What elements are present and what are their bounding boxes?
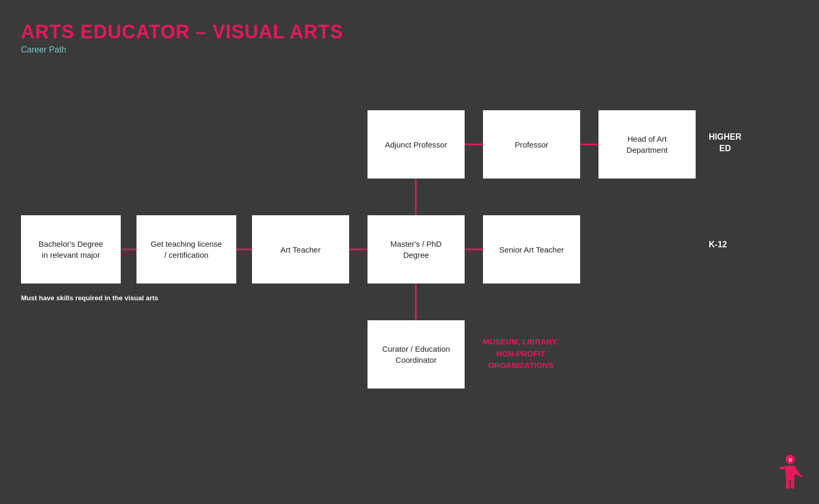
header: ARTS EDUCATOR – VISUAL ARTS Career Path [21, 21, 343, 55]
head-of-art-box: Head of ArtDepartment [598, 110, 696, 178]
svg-text:G: G [789, 457, 792, 463]
page-title: ARTS EDUCATOR – VISUAL ARTS [21, 21, 343, 43]
curator-label: Curator / EducationCoordinator [382, 343, 450, 365]
page-subtitle: Career Path [21, 45, 343, 55]
svg-rect-13 [780, 467, 785, 469]
logo-svg: G [774, 454, 806, 491]
curator-box: Curator / EducationCoordinator [368, 320, 465, 388]
teaching-license-box: Get teaching license/ certification [136, 215, 236, 284]
svg-marker-10 [794, 467, 803, 478]
diagram: Bachelor's Degreein relevant major Get t… [0, 79, 819, 472]
professor-box: Professor [483, 110, 580, 178]
senior-art-teacher-label: Senior Art Teacher [499, 244, 564, 255]
teaching-license-label: Get teaching license/ certification [151, 238, 222, 260]
museum-label: MUSEUM, LIBRARY,NON-PROFITORGANIZATIONS [483, 336, 559, 372]
art-teacher-box: Art Teacher [252, 215, 349, 284]
senior-art-teacher-box: Senior Art Teacher [483, 215, 580, 284]
skills-note: Must have skills required in the visual … [21, 294, 159, 302]
higher-ed-label: HIGHERED [709, 131, 741, 155]
adjunct-professor-label: Adjunct Professor [385, 139, 447, 150]
masters-label: Master's / PhDDegree [391, 238, 442, 260]
svg-marker-9 [785, 466, 795, 480]
logo: G [774, 454, 806, 491]
head-of-art-label: Head of ArtDepartment [626, 133, 667, 155]
professor-label: Professor [514, 139, 548, 150]
k12-label: K-12 [709, 239, 727, 250]
svg-rect-11 [786, 480, 790, 489]
svg-rect-12 [791, 480, 794, 489]
bachelors-label: Bachelor's Degreein relevant major [39, 238, 103, 260]
bachelors-box: Bachelor's Degreein relevant major [21, 215, 121, 284]
adjunct-professor-box: Adjunct Professor [368, 110, 465, 178]
masters-box: Master's / PhDDegree [368, 215, 465, 284]
art-teacher-label: Art Teacher [280, 244, 320, 255]
